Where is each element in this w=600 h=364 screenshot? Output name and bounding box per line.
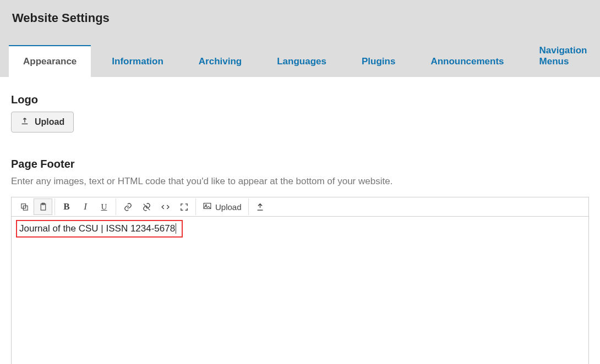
tab-navigation-menus[interactable]: Navigation Menus xyxy=(525,34,600,77)
tab-appearance[interactable]: Appearance xyxy=(9,45,91,77)
underline-button[interactable]: U xyxy=(95,198,113,215)
copy-icon[interactable] xyxy=(15,198,34,215)
bold-button[interactable]: B xyxy=(57,198,76,215)
page-title: Website Settings xyxy=(0,0,600,34)
highlight-annotation: Journal of the CSU | ISSN 1234-5678 xyxy=(16,220,183,238)
tab-announcements[interactable]: Announcements xyxy=(416,45,518,77)
underline-icon: U xyxy=(101,202,107,212)
tab-languages[interactable]: Languages xyxy=(263,45,341,77)
tab-archiving[interactable]: Archiving xyxy=(184,45,256,77)
image-icon xyxy=(203,201,212,212)
footer-help-text: Enter any images, text or HTML code that… xyxy=(11,176,589,187)
insert-icon[interactable] xyxy=(251,198,270,215)
logo-upload-label: Upload xyxy=(35,117,64,127)
image-upload-button[interactable]: Upload xyxy=(198,198,246,215)
unlink-icon[interactable] xyxy=(137,198,156,215)
editor-toolbar: B I U xyxy=(12,197,588,217)
tabs: Appearance Information Archiving Languag… xyxy=(0,34,600,77)
tab-plugins[interactable]: Plugins xyxy=(347,45,410,77)
footer-editor: B I U xyxy=(11,197,589,364)
tab-information[interactable]: Information xyxy=(97,45,178,77)
logo-upload-button[interactable]: Upload xyxy=(11,112,74,133)
logo-heading: Logo xyxy=(11,93,589,106)
text-caret xyxy=(176,223,176,234)
code-icon[interactable] xyxy=(156,198,174,215)
image-upload-label: Upload xyxy=(215,202,242,212)
bold-icon: B xyxy=(63,201,69,212)
italic-icon: I xyxy=(84,201,87,212)
italic-button[interactable]: I xyxy=(76,198,95,215)
link-icon[interactable] xyxy=(118,198,137,215)
fullscreen-icon[interactable] xyxy=(174,198,193,215)
footer-editor-body[interactable]: Journal of the CSU | ISSN 1234-5678 xyxy=(12,217,588,364)
paste-icon[interactable] xyxy=(34,198,52,215)
upload-icon xyxy=(20,117,29,128)
footer-content-text: Journal of the CSU | ISSN 1234-5678 xyxy=(19,223,175,234)
footer-heading: Page Footer xyxy=(11,158,589,170)
